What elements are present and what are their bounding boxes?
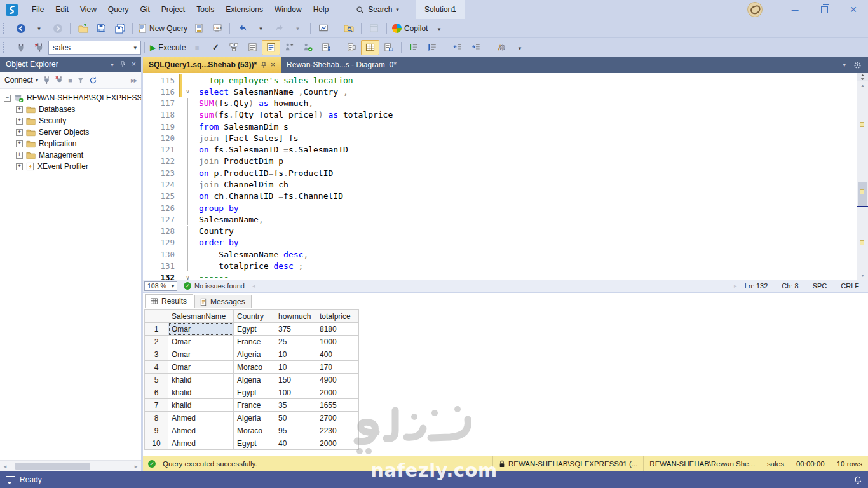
navigate-back-button[interactable]	[11, 21, 30, 36]
code-line-123[interactable]: 123on p.ProductID=fs.ProductID	[143, 167, 857, 179]
grid-cell[interactable]: Moraco	[234, 361, 275, 374]
code-line-124[interactable]: 124join ChannelDim ch	[143, 179, 857, 190]
column-header-salesmanname[interactable]: SalesmanName	[168, 310, 234, 323]
undo-dropdown[interactable]: ▾	[252, 21, 270, 36]
change-connection-icon[interactable]	[30, 40, 48, 55]
toolbar-overflow-button[interactable]: ▾	[430, 21, 448, 36]
tab-messages[interactable]: Messages	[194, 295, 252, 308]
menu-project[interactable]: Project	[156, 2, 191, 17]
stop-square-icon[interactable]: ■	[68, 76, 72, 84]
decrease-indent-icon[interactable]	[449, 40, 467, 55]
menu-git[interactable]: Git	[135, 2, 156, 17]
close-icon[interactable]: ×	[132, 60, 136, 69]
grid-cell[interactable]: 150	[275, 374, 316, 386]
row-number[interactable]: 10	[145, 437, 168, 450]
menu-window[interactable]: Window	[269, 2, 308, 17]
restore-button[interactable]	[810, 0, 839, 19]
code-line-120[interactable]: 120join [Fact Sales] fs	[143, 132, 857, 144]
grid-cell[interactable]: 4900	[316, 374, 359, 386]
column-header-totalprice[interactable]: totalprice	[316, 310, 359, 323]
grid-cell[interactable]: 375	[275, 323, 316, 336]
code-line-132[interactable]: 132∨------	[143, 272, 857, 280]
row-number[interactable]: 2	[145, 336, 168, 348]
menu-view[interactable]: View	[74, 2, 102, 17]
database-combobox[interactable]: sales ▾	[48, 41, 141, 55]
row-number[interactable]: 3	[145, 348, 168, 361]
pin-icon[interactable]	[119, 61, 126, 68]
tab-list-dropdown-icon[interactable]: ▾	[843, 62, 846, 68]
expand-icon[interactable]: +	[16, 163, 23, 170]
scroll-up-arrow[interactable]: ▴	[857, 81, 868, 90]
menu-file[interactable]: File	[26, 2, 50, 17]
grid-cell[interactable]: Omar	[168, 323, 234, 336]
menu-extensions[interactable]: Extensions	[220, 2, 269, 17]
code-line-128[interactable]: 128Country	[143, 225, 857, 236]
connect-dropdown[interactable]: Connect▾	[4, 76, 38, 85]
collapse-chevron-icon[interactable]: ∨	[186, 274, 189, 280]
grid-cell[interactable]: 1000	[316, 336, 359, 348]
row-number[interactable]: 4	[145, 361, 168, 374]
code-line-131[interactable]: 131 totalprice desc ;	[143, 260, 857, 271]
grid-cell[interactable]: Omar	[168, 361, 234, 374]
grid-cell[interactable]: 25	[275, 336, 316, 348]
grid-cell[interactable]: Ahmed	[168, 424, 234, 437]
code-line-118[interactable]: 118sum(fs.[Qty Total price]) as totalpri…	[143, 109, 857, 121]
undo-button[interactable]	[233, 21, 252, 36]
grid-cell[interactable]: Algeria	[234, 412, 275, 424]
pin-icon[interactable]	[261, 62, 267, 69]
notifications-bell-icon[interactable]	[853, 475, 862, 485]
save-all-button[interactable]	[111, 21, 129, 36]
toolbar-overflow-icon[interactable]: ▸▸	[131, 76, 137, 85]
open-file-button[interactable]	[74, 21, 92, 36]
row-number[interactable]: 6	[145, 386, 168, 399]
grid-cell[interactable]: France	[234, 336, 275, 348]
code-line-125[interactable]: 125on ch.ChannalID =fs.ChannelID	[143, 191, 857, 202]
column-header-howmuch[interactable]: howmuch	[275, 310, 316, 323]
document-tab-2[interactable]: Rewan-Shehab...s - Diagram_0*	[281, 57, 402, 73]
tab-results[interactable]: Results	[145, 294, 193, 308]
new-dax-query-button[interactable]: DAX	[208, 21, 226, 36]
disconnect-icon[interactable]	[43, 76, 51, 85]
tree-item-databases[interactable]: +Databases	[0, 104, 141, 115]
grid-cell[interactable]: Moraco	[234, 424, 275, 437]
activity-monitor-icon[interactable]	[314, 21, 332, 36]
grid-cell[interactable]: 10	[275, 361, 316, 374]
grid-cell[interactable]: 2000	[316, 386, 359, 399]
close-button[interactable]: ×	[839, 0, 868, 19]
sql-editor[interactable]: 115--Top employee's sales location116∨se…	[143, 73, 868, 280]
user-avatar[interactable]	[747, 2, 763, 17]
grid-cell[interactable]: 35	[275, 399, 316, 412]
column-indicator[interactable]: Ch: 8	[782, 282, 798, 290]
new-query-button[interactable]: New Query	[136, 21, 189, 36]
minimize-button[interactable]: ─	[780, 0, 810, 19]
grid-cell[interactable]: 40	[275, 437, 316, 450]
code-line-116[interactable]: 116∨select SalesmanName ,Country ,	[143, 86, 857, 97]
results-to-text-icon[interactable]	[342, 40, 361, 55]
line-ending-indicator[interactable]: CRLF	[841, 282, 859, 290]
object-explorer-hscrollbar[interactable]: ◂ ▸	[0, 460, 141, 471]
toolbar-grip[interactable]	[3, 42, 8, 53]
grid-corner[interactable]	[145, 310, 168, 323]
grid-cell[interactable]: 95	[275, 424, 316, 437]
grid-cell[interactable]: 50	[275, 412, 316, 424]
client-statistics-icon[interactable]	[317, 40, 336, 55]
menu-help[interactable]: Help	[308, 2, 335, 17]
filter-icon[interactable]	[77, 76, 85, 84]
expand-icon[interactable]: +	[16, 106, 23, 113]
zoom-selector[interactable]: 108 %▾	[144, 281, 177, 291]
space-mode-indicator[interactable]: SPC	[813, 282, 827, 290]
grid-cell[interactable]: 2000	[316, 437, 359, 450]
code-line-121[interactable]: 121on fs.SalesmanID =s.SalesmanID	[143, 144, 857, 156]
properties-window-icon[interactable]	[365, 21, 383, 36]
toolbar-overflow-button[interactable]: ▾	[511, 40, 529, 55]
refresh-icon[interactable]	[89, 76, 97, 85]
grid-cell[interactable]: Egypt	[234, 386, 275, 399]
uncomment-selection-icon[interactable]	[423, 40, 442, 55]
grid-cell[interactable]: Egypt	[234, 437, 275, 450]
grid-cell[interactable]: 8180	[316, 323, 359, 336]
comment-selection-icon[interactable]	[405, 40, 423, 55]
results-to-grid-icon[interactable]	[361, 40, 379, 55]
include-actual-plan-icon[interactable]	[262, 40, 280, 55]
tree-item-server-objects[interactable]: +Server Objects	[0, 126, 141, 138]
browse-objects-icon[interactable]	[339, 21, 358, 36]
